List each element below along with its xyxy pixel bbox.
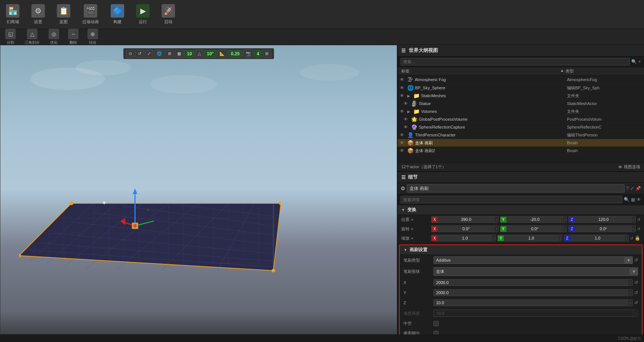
outline-item-bp-sky[interactable]: 👁 🌐 BP_Sky_Sphere 编辑BP_Sky_Sph: [398, 84, 644, 92]
position-reset[interactable]: ↺: [637, 218, 640, 222]
outline-item-third-person[interactable]: 👁 👤 ThirdPersonCharacter 编辑ThirdPerson: [398, 131, 644, 139]
brush-section-title: 画刷设置: [410, 247, 427, 253]
vp-perspective-btn[interactable]: ⊙: [126, 50, 135, 58]
eye-icon-8[interactable]: 👁: [400, 132, 406, 138]
vp-camera-icon[interactable]: 📷: [243, 50, 254, 58]
outline-item-volumes[interactable]: 👁 ▶ 📁 Volumes 文件夹: [398, 108, 644, 115]
toolbar-flip[interactable]: ↔ 翻转: [66, 28, 81, 46]
rotation-y-input[interactable]: [506, 226, 564, 232]
toolbar-build[interactable]: 🔷 构建: [108, 3, 127, 26]
transform-section-header[interactable]: ▼ 变换: [398, 205, 644, 215]
expand-arrow-volumes[interactable]: ▶: [407, 110, 412, 114]
actor-name-input[interactable]: [407, 184, 625, 192]
brush-z-arrow[interactable]: ↕: [628, 301, 632, 305]
rotation-y-arrow[interactable]: ↕: [563, 227, 567, 231]
eye-icon-3[interactable]: 👁: [400, 93, 406, 98]
brush-shape-select[interactable]: 盒体 ▼: [433, 267, 638, 276]
outline-item-statue[interactable]: 👁 🗿 Statue StaticMeshActor: [398, 100, 644, 108]
outline-search-input[interactable]: [401, 58, 630, 65]
toolbar-optimize[interactable]: ◎ 优化: [46, 28, 61, 46]
brush-type-select[interactable]: Additive ▼: [433, 256, 633, 264]
position-z-arrow[interactable]: ↕: [632, 218, 635, 222]
brush-y-arrow[interactable]: ↕: [628, 291, 632, 295]
toolbar-combine[interactable]: ⊕ 结合: [85, 28, 100, 46]
brush-x-input[interactable]: [434, 280, 628, 286]
rotation-z-input[interactable]: [575, 226, 632, 232]
outline-item-global-pp[interactable]: 👁 🌟 GlobalPostProcessVolume PostProcessV…: [398, 115, 644, 123]
eye-icon-10[interactable]: 👁: [400, 148, 406, 153]
outline-item-atm-fog[interactable]: 👁 🌫 Atmospheric Fog AtmosphericFog: [398, 76, 644, 84]
vp-grid-btn[interactable]: ▦: [175, 50, 184, 58]
vp-mode-btn[interactable]: ⊞: [165, 50, 174, 58]
outline-item-box-brush-1[interactable]: 👁 📦 盒体 画刷 Brush: [398, 139, 644, 147]
add-icon[interactable]: +: [638, 59, 641, 64]
outline-item-static-meshes[interactable]: 👁 ▶ 📁 StaticMeshes 文件夹: [398, 92, 644, 100]
vp-globe-btn[interactable]: 🌐: [154, 50, 165, 58]
brush-z-reset[interactable]: ↺: [634, 300, 638, 305]
eye-icon-2[interactable]: 👁: [400, 85, 406, 90]
vp-scale-icon[interactable]: 📐: [217, 50, 227, 58]
brush-y-reset[interactable]: ↺: [634, 290, 638, 295]
svg-point-31: [133, 224, 137, 228]
toolbar-settings[interactable]: ⚙ 设置: [28, 3, 48, 26]
scale-z-input[interactable]: [570, 235, 625, 241]
subdivide-checkbox[interactable]: [433, 331, 439, 335]
toolbar-market[interactable]: 🏪 幻商城: [3, 3, 22, 26]
rotation-x-input[interactable]: [438, 226, 495, 232]
eye-icon-5[interactable]: 👁: [400, 109, 406, 114]
brush-x-arrow[interactable]: ↕: [628, 281, 632, 285]
outline-item-sphere-reflect[interactable]: 👁 🔮 SphereReflectionCapture SphereReflec…: [398, 123, 644, 131]
cloud-decoration3: [150, 75, 217, 94]
vp-refresh-btn[interactable]: ↺: [135, 50, 144, 58]
help-icon[interactable]: ?: [626, 186, 629, 191]
toolbar-blueprint[interactable]: 📋 蓝图: [54, 3, 73, 26]
scale-y-arrow[interactable]: ↕: [559, 236, 562, 240]
toolbar-cutscene[interactable]: 🎬 过场动画: [79, 3, 102, 26]
outline-item-box-brush-2[interactable]: 👁 📦 盒体 画刷2 Brush: [398, 147, 644, 155]
scale-x-arrow[interactable]: ↕: [492, 236, 496, 240]
viewport[interactable]: ⊙ ↺ ⤢ 🌐 ⊞ ▦ 10 △ 10° 📐 0.25 📷 4 ⊞: [0, 45, 397, 335]
brush-z-input[interactable]: [434, 300, 628, 306]
details-search-icon: 🔍: [624, 197, 629, 202]
expand-details-icon[interactable]: ⤢: [630, 186, 634, 191]
brush-type-arrow[interactable]: ▼: [625, 257, 632, 264]
position-y-arrow[interactable]: ↕: [563, 218, 567, 222]
brush-shape-arrow[interactable]: ▼: [630, 268, 638, 275]
vp-expand-btn[interactable]: ⤢: [145, 50, 153, 58]
eye-icon[interactable]: 👁: [400, 77, 406, 82]
pin-icon[interactable]: 📌: [635, 186, 641, 191]
eye-icon-4[interactable]: 👁: [404, 101, 410, 106]
details-grid-icon[interactable]: ▦: [631, 197, 635, 202]
brush-section-header[interactable]: ▼ 画刷设置: [400, 245, 642, 255]
toolbar-tri-split[interactable]: △ 三角剖分: [22, 28, 42, 46]
expand-arrow-static[interactable]: ▶: [407, 94, 412, 98]
toolbar-run[interactable]: ▶ 运行: [133, 3, 153, 26]
scale-lock-icon[interactable]: 🔒: [635, 235, 640, 241]
position-x-input[interactable]: [438, 216, 495, 222]
view-options-area[interactable]: 👁 视图选项: [618, 164, 640, 170]
rotation-x-arrow[interactable]: ↕: [495, 227, 498, 231]
scale-reset[interactable]: ↺: [630, 236, 633, 240]
position-y-input[interactable]: [506, 216, 564, 222]
toolbar-launch[interactable]: 🚀 启动: [159, 3, 178, 26]
position-z-input[interactable]: [575, 216, 632, 222]
eye-icon-7[interactable]: 👁: [404, 124, 410, 130]
vp-angle-icon[interactable]: △: [195, 50, 203, 58]
scale-z-arrow[interactable]: ↕: [625, 236, 628, 240]
eye-icon-9[interactable]: 👁: [400, 140, 406, 145]
scale-y-input[interactable]: [504, 235, 558, 241]
rotation-reset[interactable]: ↺: [637, 227, 640, 231]
main-area: ⊙ ↺ ⤢ 🌐 ⊞ ▦ 10 △ 10° 📐 0.25 📷 4 ⊞: [0, 45, 644, 335]
eye-icon-6[interactable]: 👁: [404, 117, 410, 122]
rotation-z-arrow[interactable]: ↕: [632, 227, 635, 231]
toolbar-split[interactable]: ◱ 分割: [3, 28, 18, 46]
brush-y-input[interactable]: [434, 290, 628, 296]
position-x-arrow[interactable]: ↕: [495, 218, 498, 222]
hollow-checkbox[interactable]: [433, 321, 439, 326]
details-search-input[interactable]: [401, 196, 622, 203]
brush-x-reset[interactable]: ↺: [634, 280, 638, 285]
scale-x-input[interactable]: [438, 235, 492, 241]
brush-type-reset[interactable]: ↺: [634, 258, 638, 263]
details-eye-icon[interactable]: 👁: [637, 197, 641, 202]
vp-settings-btn[interactable]: ⊞: [263, 50, 271, 58]
